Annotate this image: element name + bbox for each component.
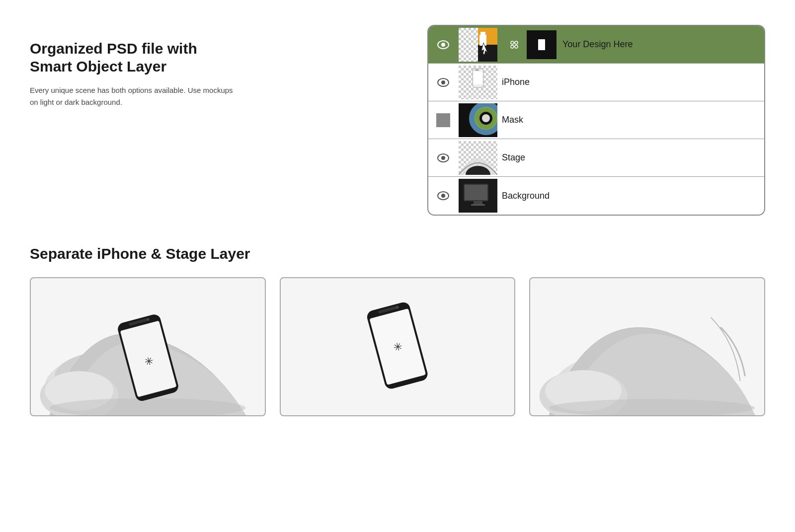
thumb-svg-mask	[459, 103, 497, 137]
layer-row-design[interactable]: Your Design Here	[428, 26, 764, 64]
svg-rect-36	[471, 204, 485, 206]
layer-name-mask: Mask	[502, 115, 764, 125]
layer-thumb-stage	[458, 141, 498, 175]
svg-rect-6	[459, 28, 478, 62]
layer-name-stage: Stage	[502, 152, 764, 163]
thumb-svg-stage	[459, 141, 497, 175]
svg-rect-21	[475, 70, 479, 71]
svg-point-31	[441, 194, 445, 198]
layer-thumb-iphone	[458, 65, 498, 100]
svg-rect-35	[474, 201, 482, 204]
image-grid: ✳ ✳	[30, 277, 765, 416]
card-full: ✳	[30, 277, 266, 416]
eye-icon-iphone	[437, 78, 449, 87]
card-stage-only-svg	[530, 278, 764, 415]
layer-name-iphone: iPhone	[502, 77, 764, 87]
layer-eye-mask[interactable]	[428, 113, 458, 127]
link-icon	[510, 40, 519, 49]
thumb-svg-design	[459, 28, 497, 62]
svg-point-13	[515, 41, 518, 44]
card-phone-only: ✳	[280, 277, 516, 416]
top-description: Every unique scene has both options avai…	[30, 84, 238, 108]
svg-rect-8	[478, 45, 497, 62]
svg-point-15	[515, 45, 518, 48]
card-full-svg: ✳	[31, 278, 265, 415]
layer-row-iphone[interactable]: iPhone	[428, 64, 764, 101]
svg-rect-34	[465, 185, 487, 200]
layer-eye-background[interactable]	[428, 191, 458, 200]
svg-rect-20	[474, 72, 482, 84]
mask-square-icon	[436, 113, 450, 127]
svg-point-17	[441, 80, 445, 84]
layer-name-design: Your Design Here	[562, 39, 764, 50]
card-phone-only-svg: ✳	[281, 278, 515, 415]
eye-icon-background	[437, 191, 449, 200]
bottom-section: Separate iPhone & Stage Layer	[30, 245, 765, 416]
svg-point-25	[482, 114, 490, 122]
svg-point-1	[441, 43, 445, 47]
eye-icon-stage	[437, 153, 449, 162]
layer-eye-iphone[interactable]	[428, 78, 458, 87]
svg-point-12	[511, 41, 514, 44]
main-container: Organized PSD file with Smart Object Lay…	[0, 0, 795, 532]
layer-link-icon-design	[502, 40, 527, 49]
layer-eye-stage[interactable]	[428, 153, 458, 162]
top-heading: Organized PSD file with Smart Object Lay…	[30, 40, 238, 76]
left-text-block: Organized PSD file with Smart Object Lay…	[30, 25, 238, 108]
svg-rect-10	[480, 32, 485, 35]
layer-thumb-design	[458, 27, 498, 62]
layer-thumb-background	[458, 178, 498, 213]
svg-point-14	[511, 45, 514, 48]
thumb-svg-background	[459, 179, 497, 213]
svg-point-27	[441, 156, 445, 160]
layer-thumb-mask	[458, 103, 498, 138]
eye-icon-design	[437, 40, 449, 49]
layer-row-mask[interactable]: Mask	[428, 101, 764, 139]
layer-mini-thumb-design	[527, 30, 556, 59]
top-section: Organized PSD file with Smart Object Lay…	[30, 25, 765, 216]
layers-panel: Your Design Here	[427, 25, 765, 216]
layer-row-background[interactable]: Background	[428, 177, 764, 215]
layer-row-stage[interactable]: Stage	[428, 139, 764, 177]
layer-eye-design[interactable]	[428, 40, 458, 49]
bottom-heading: Separate iPhone & Stage Layer	[30, 245, 765, 262]
card-stage-only	[529, 277, 765, 416]
layer-name-background: Background	[502, 191, 764, 201]
thumb-svg-iphone	[459, 66, 497, 99]
